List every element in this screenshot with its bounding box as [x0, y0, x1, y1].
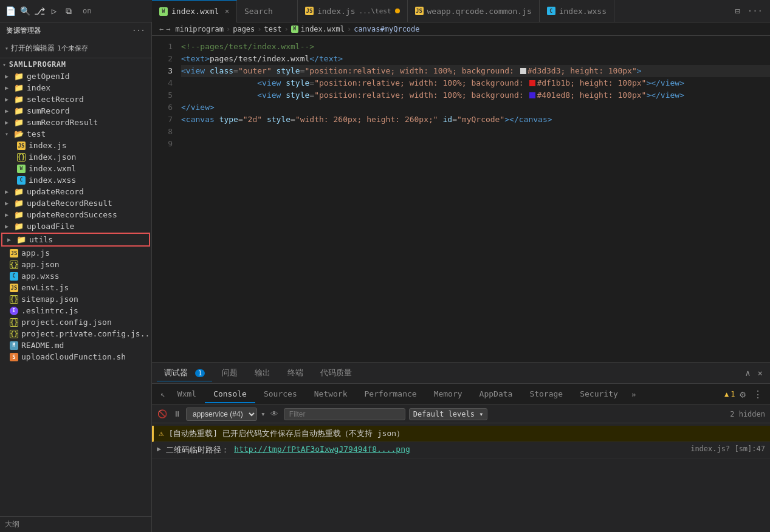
devtools-pointer-icon[interactable]: ↖	[157, 387, 169, 401]
console-pause-icon[interactable]: ⏸	[171, 409, 182, 420]
tree-item-test-index-wxml[interactable]: W index.wxml	[0, 163, 151, 174]
breadcrumb-item-pages[interactable]: pages	[233, 25, 255, 33]
breadcrumb-item-indexwxml[interactable]: index.wxml	[301, 25, 345, 33]
console-eye-icon[interactable]: 👁	[269, 409, 280, 420]
open-editors-title[interactable]: ▾ 打开的编辑器 1个未保存	[0, 41, 151, 55]
tree-item-updateRecordSuccess[interactable]: ▶ 📁 updateRecordSuccess	[0, 209, 151, 220]
console-clear-icon[interactable]: 🚫	[157, 409, 168, 420]
file-icon[interactable]: 📄	[5, 5, 16, 16]
panel-up-icon[interactable]: ∧	[743, 367, 752, 379]
tree-item-project-config[interactable]: {} project.config.json	[0, 316, 151, 328]
split-editor-icon[interactable]: ⊟	[732, 4, 742, 18]
tab-index-js[interactable]: JS index.js ...\test	[298, 0, 408, 22]
tree-item-updateRecord[interactable]: ▶ 📁 updateRecord	[0, 186, 151, 197]
nav-back-icon[interactable]: ←	[159, 25, 163, 33]
tree-item-utils[interactable]: ▶ 📁 utils	[1, 233, 150, 247]
tree-item-test[interactable]: ▾ 📂 test	[0, 128, 151, 140]
devtools-tab-console[interactable]: Console	[205, 386, 255, 403]
tree-item-project-private-config[interactable]: {} project.private.config.js...	[0, 328, 151, 339]
tree-item-sumRecord[interactable]: ▶ 📁 sumRecord	[0, 105, 151, 117]
folder-label-selectRecord: selectRecord	[27, 95, 84, 104]
console-dropdown-icon[interactable]: ▾	[261, 409, 266, 418]
js-file-icon-2: JS	[415, 7, 424, 15]
console-source-link[interactable]: index.js? [sm]:47	[690, 445, 765, 453]
folder-label-sumRecordResult: sumRecordResult	[27, 118, 98, 127]
devtools-more-options-icon[interactable]: ⋮	[751, 389, 765, 400]
tab-index-wxss[interactable]: C index.wxss	[540, 0, 614, 22]
devtools-tab-memory[interactable]: Memory	[425, 386, 471, 403]
console-expand-icon[interactable]: ▶	[157, 445, 161, 453]
console-service-select[interactable]: appservice (#4)	[186, 408, 257, 421]
breadcrumb-item-canvas[interactable]: canvas#myQrcode	[354, 25, 419, 33]
console-filter-input[interactable]	[284, 408, 405, 420]
sidebar-title: 资源管理器	[6, 26, 41, 35]
code-line-3: <view class="outer" style="position:rela…	[181, 65, 770, 77]
tree-item-sitemap-json[interactable]: {} sitemap.json	[0, 293, 151, 305]
debug-tab-code-quality[interactable]: 代码质量	[313, 365, 359, 381]
devtools-tab-network[interactable]: Network	[306, 386, 356, 403]
sidebar-more-icon[interactable]: ···	[132, 27, 145, 35]
tree-item-sumRecordResult[interactable]: ▶ 📁 sumRecordResult	[0, 117, 151, 128]
devtools-tab-wxml[interactable]: Wxml	[169, 386, 205, 403]
devtools-tab-performance[interactable]: Performance	[356, 386, 425, 403]
devtools-settings-icon[interactable]: ⚙	[737, 389, 748, 400]
nav-forward-icon[interactable]: →	[166, 25, 170, 33]
devtools-tab-sources[interactable]: Sources	[255, 386, 306, 403]
extensions-icon[interactable]: ⧉	[63, 5, 74, 16]
breadcrumb-sep-1: ›	[226, 25, 230, 33]
project-label: on	[83, 7, 91, 15]
tree-item-uploadFile[interactable]: ▶ 📁 uploadFile	[0, 220, 151, 232]
debug-tab-debugger[interactable]: 调试器 1	[157, 365, 212, 381]
devtools-tab-appdata[interactable]: AppData	[471, 386, 521, 403]
tree-item-readme[interactable]: M README.md	[0, 339, 151, 351]
tree-item-envList-js[interactable]: JS envList.js	[0, 282, 151, 293]
tab-index-wxml[interactable]: W index.wxml ✕	[152, 0, 237, 22]
git-icon[interactable]: ⎇	[34, 5, 45, 16]
open-editors-section: ▾ 打开的编辑器 1个未保存	[0, 39, 151, 58]
tree-item-upload-cloud-function[interactable]: S uploadCloudFunction.sh	[0, 351, 151, 363]
project-tree-header[interactable]: ▾ SAMLLPROGRAM	[0, 58, 151, 70]
folder-collapse-icon: ▶	[7, 236, 11, 243]
console-toolbar: 🚫 ⏸ appservice (#4) ▾ 👁 Default levels ▾…	[152, 405, 770, 423]
file-tree: ▾ SAMLLPROGRAM ▶ 📁 getOpenId ▶ 📁 index ▶…	[0, 58, 151, 516]
tree-item-index-folder[interactable]: ▶ 📁 index	[0, 82, 151, 94]
tab-close-index-wxml[interactable]: ✕	[225, 7, 229, 15]
tree-item-app-json[interactable]: {} app.json	[0, 259, 151, 270]
console-link-qrcode[interactable]: http://tmp/fPtAF3oIxwgJ79494f8....png	[234, 445, 410, 454]
json-icon-test-indexjson: {}	[17, 153, 26, 162]
breadcrumb-item-miniprogram[interactable]: miniprogram	[175, 25, 223, 33]
tree-item-selectRecord[interactable]: ▶ 📁 selectRecord	[0, 94, 151, 105]
tree-item-test-index-js[interactable]: JS index.js	[0, 140, 151, 151]
more-icon[interactable]: ···	[745, 4, 765, 18]
tree-item-getOpenId[interactable]: ▶ 📁 getOpenId	[0, 70, 151, 82]
tree-item-updateRecordResult[interactable]: ▶ 📁 updateRecordResult	[0, 197, 151, 209]
folder-collapse-icon: ▶	[5, 223, 9, 230]
folder-label-updateRecordSuccess: updateRecordSuccess	[27, 210, 117, 219]
js-file-icon: JS	[305, 7, 314, 15]
tree-item-test-index-json[interactable]: {} index.json	[0, 151, 151, 163]
breadcrumb-item-test[interactable]: test	[264, 25, 282, 33]
debug-tab-terminal[interactable]: 终端	[280, 365, 311, 381]
warning-triangle-icon: ▲	[724, 390, 729, 398]
tree-item-eslintrc[interactable]: E .eslintrc.js	[0, 305, 151, 316]
code-lines[interactable]: <!--pages/test/index.wxml--> <text>pages…	[176, 36, 770, 362]
devtools-tab-storage[interactable]: Storage	[521, 386, 571, 403]
devtools-tab-security[interactable]: Security	[571, 386, 627, 403]
tab-weapp-qrcode[interactable]: JS weapp.qrcode.common.js	[408, 0, 540, 22]
tree-item-app-js[interactable]: JS app.js	[0, 247, 151, 259]
sidebar-header-icons: ···	[132, 27, 145, 35]
wxss-icon-appwxss: C	[10, 272, 18, 281]
tree-item-test-index-wxss[interactable]: C index.wxss	[0, 174, 151, 186]
panel-close-icon[interactable]: ✕	[755, 367, 765, 379]
search-icon[interactable]: 🔍	[19, 5, 30, 16]
console-levels-select[interactable]: Default levels ▾	[409, 408, 488, 420]
console-prefix-text: 二维码临时路径：	[166, 445, 229, 455]
sidebar-bottom[interactable]: 大纲	[0, 516, 151, 532]
debug-icon[interactable]: ▷	[49, 5, 60, 16]
debug-tab-output[interactable]: 输出	[247, 365, 278, 381]
debug-tab-problems[interactable]: 问题	[215, 365, 245, 381]
tab-search[interactable]: Search	[237, 0, 298, 22]
tree-item-app-wxss[interactable]: C app.wxss	[0, 270, 151, 282]
devtools-more-tabs-icon[interactable]: »	[627, 386, 641, 403]
sidebar-header: 资源管理器 ···	[0, 22, 151, 39]
